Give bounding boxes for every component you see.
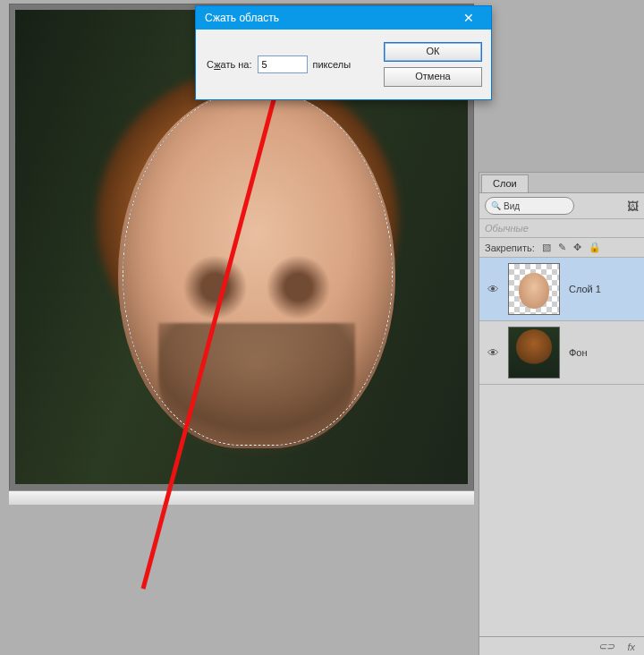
marching-ants-selection[interactable] — [123, 90, 393, 446]
layer-name-label[interactable]: Слой 1 — [569, 284, 601, 294]
lock-brush-icon[interactable]: ✎ — [558, 242, 566, 253]
dialog-title-text: Сжать область — [205, 12, 279, 24]
layer-fx-icon[interactable]: fx — [627, 642, 635, 652]
layer-row[interactable]: 👁 Фон — [479, 321, 644, 385]
filter-kind-label: Вид — [504, 201, 520, 211]
blend-mode-select[interactable]: Обычные — [479, 219, 644, 238]
close-button[interactable]: ✕ — [452, 10, 486, 26]
contract-selection-dialog: Сжать область ✕ Сжать на: пикселы ОК Отм… — [195, 5, 492, 100]
lock-move-icon[interactable]: ✥ — [573, 242, 581, 253]
contract-by-label: Сжать на: — [207, 59, 252, 70]
ok-button[interactable]: ОК — [384, 42, 482, 62]
filter-image-icon[interactable]: 🖼 — [627, 200, 639, 213]
layer-name-label[interactable]: Фон — [569, 347, 588, 358]
layer-thumbnail[interactable] — [508, 327, 560, 379]
panel-tabs: Слои — [479, 173, 644, 193]
units-label: пикселы — [313, 59, 352, 70]
lock-toolbar: Закрепить: ▧ ✎ ✥ 🔒 — [479, 238, 644, 258]
lock-all-icon[interactable]: 🔒 — [589, 242, 601, 253]
lock-label: Закрепить: — [485, 242, 535, 253]
layers-panel: Слои Вид 🖼 Обычные Закрепить: ▧ ✎ ✥ 🔒 👁 … — [479, 172, 644, 655]
tab-layers[interactable]: Слои — [481, 174, 529, 192]
thumb-hair-icon — [516, 329, 552, 365]
layer-row[interactable]: 👁 Слой 1 — [479, 258, 644, 321]
visibility-toggle-icon[interactable]: 👁 — [487, 283, 499, 296]
horizontal-scrollbar[interactable] — [9, 490, 474, 505]
lock-pixels-icon[interactable]: ▧ — [542, 242, 551, 253]
dialog-titlebar[interactable]: Сжать область ✕ — [196, 6, 491, 30]
link-layers-icon[interactable]: ⊂⊃ — [598, 641, 614, 652]
filter-kind-select[interactable]: Вид — [485, 197, 574, 215]
thumb-face-icon — [519, 273, 549, 309]
layer-thumbnail[interactable] — [508, 263, 560, 315]
layers-panel-footer: ⊂⊃ fx — [479, 636, 644, 655]
cancel-button[interactable]: Отмена — [384, 67, 482, 87]
contract-by-input[interactable] — [258, 55, 308, 73]
visibility-toggle-icon[interactable]: 👁 — [487, 346, 499, 360]
layers-filter-toolbar: Вид 🖼 — [479, 193, 644, 219]
